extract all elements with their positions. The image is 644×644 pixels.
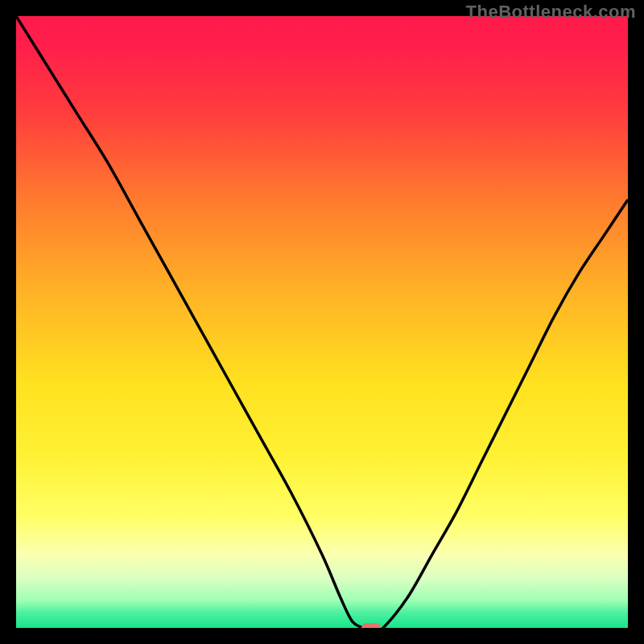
watermark-text: TheBottleneck.com bbox=[466, 2, 636, 23]
plot-area bbox=[16, 16, 628, 628]
bottleneck-curve bbox=[16, 16, 628, 628]
optimal-point-marker bbox=[361, 623, 381, 628]
chart-frame: TheBottleneck.com bbox=[0, 0, 644, 644]
